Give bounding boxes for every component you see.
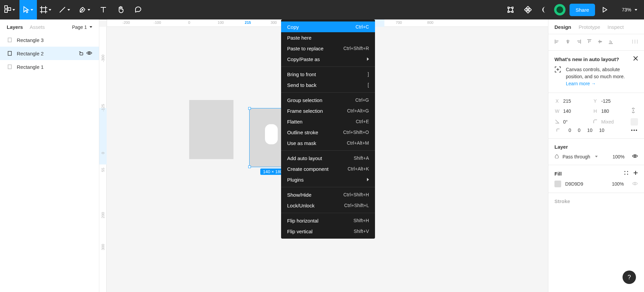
chevron-right-icon [367, 178, 369, 181]
corner-bl-input[interactable]: 10 [599, 128, 604, 133]
opacity-input[interactable]: 100% [612, 154, 625, 159]
comment-tool-button[interactable] [129, 0, 147, 19]
help-button[interactable]: ? [623, 271, 636, 284]
stroke-section-title: Stroke [554, 198, 570, 204]
corner-br-input[interactable]: 10 [587, 128, 593, 133]
learn-more-link[interactable]: Learn more → [566, 81, 596, 86]
text-tool-button[interactable] [95, 0, 112, 19]
tab-prototype[interactable]: Prototype [579, 24, 600, 30]
y-input[interactable]: -125 [601, 98, 628, 104]
svg-rect-0 [5, 6, 7, 8]
distribute-icon[interactable] [632, 39, 638, 46]
h-input[interactable]: 180 [601, 108, 628, 114]
blend-mode-select[interactable]: Pass through [562, 154, 590, 159]
ctx-auto-layout[interactable]: Add auto layoutShift+A [281, 153, 375, 163]
zoom-dropdown[interactable]: 73% [614, 7, 637, 12]
mask-button[interactable] [537, 0, 554, 19]
fill-hex-input[interactable]: D9D9D9 [565, 181, 583, 187]
align-right-icon[interactable] [576, 39, 581, 46]
svg-point-56 [625, 174, 626, 175]
close-icon[interactable] [633, 56, 638, 62]
style-icon[interactable] [624, 171, 629, 177]
frame-tool-button[interactable] [37, 0, 54, 19]
ctx-lock[interactable]: Lock/UnlockCtrl+Shift+L [281, 200, 375, 211]
ctx-plugins[interactable]: Plugins [281, 174, 375, 185]
tab-layers[interactable]: Layers [7, 24, 23, 30]
independent-corners-button[interactable] [631, 118, 638, 126]
rectangle-outline-icon [7, 38, 13, 42]
ctx-send-back[interactable]: Send to back[ [281, 80, 375, 90]
layer-item[interactable]: Rectangle 1 [0, 60, 99, 74]
align-top-icon[interactable] [587, 39, 592, 46]
ctx-frame[interactable]: Frame selectionCtrl+Alt+G [281, 105, 375, 116]
hand-tool-button[interactable] [112, 0, 129, 19]
svg-rect-21 [525, 8, 527, 11]
svg-point-60 [634, 183, 636, 184]
radius-mixed[interactable]: Mixed [601, 119, 628, 125]
canvas[interactable]: -200 -100 0 100 215 300 700 800 -300 -12… [99, 19, 548, 292]
ctx-bring-front[interactable]: Bring to front] [281, 69, 375, 80]
layer-item[interactable]: Rectangle 3 [0, 33, 99, 47]
ctx-component[interactable]: Create componentCtrl+Alt+K [281, 163, 375, 174]
svg-rect-22 [529, 8, 531, 11]
whatsnew-body: Canvas controls, absolute position, and … [566, 67, 625, 79]
chevron-down-icon [90, 26, 92, 28]
align-left-icon[interactable] [554, 39, 560, 46]
corner-tr-input[interactable]: 0 [578, 128, 581, 133]
layer-label: Rectangle 1 [17, 64, 44, 70]
ctx-outline[interactable]: Outline strokeCtrl+Shift+O [281, 127, 375, 138]
ctx-group[interactable]: Group selectionCtrl+G [281, 95, 375, 105]
ctx-flatten[interactable]: FlattenCtrl+E [281, 116, 375, 127]
pen-tool-button[interactable] [74, 0, 95, 19]
fill-opacity-input[interactable]: 100% [612, 181, 624, 187]
layer-item-selected[interactable]: Rectangle 2 [0, 47, 99, 60]
ctx-paste-replace[interactable]: Paste to replaceCtrl+Shift+R [281, 43, 375, 54]
tab-inspect[interactable]: Inspect [607, 24, 624, 30]
chevron-down-icon [31, 9, 33, 11]
rotation-input[interactable]: 0° [563, 119, 589, 125]
zoom-value: 73% [622, 7, 631, 12]
corner-tl-input[interactable]: 0 [569, 128, 571, 133]
svg-rect-19 [527, 6, 529, 9]
align-hcenter-icon[interactable] [565, 39, 571, 46]
unlock-icon[interactable] [79, 51, 84, 56]
eye-icon[interactable] [632, 181, 638, 187]
corner-icon [554, 128, 562, 132]
more-icon[interactable]: ••• [631, 128, 638, 133]
ctx-mask[interactable]: Use as maskCtrl+Alt+M [281, 138, 375, 148]
chevron-down-icon [635, 9, 637, 11]
ctx-copy[interactable]: CopyCtrl+C [281, 21, 375, 32]
svg-rect-20 [527, 10, 529, 13]
align-bottom-icon[interactable] [608, 39, 613, 46]
share-button[interactable]: Share [570, 4, 595, 16]
ctx-copy-paste-as[interactable]: Copy/Paste as [281, 54, 375, 64]
w-input[interactable]: 140 [563, 108, 589, 114]
eye-icon[interactable] [86, 51, 92, 56]
ctx-flip-h[interactable]: Flip horizontalShift+H [281, 215, 375, 226]
layer-label: Rectangle 3 [17, 37, 44, 43]
constrain-icon[interactable] [631, 107, 638, 115]
x-input[interactable]: 215 [563, 98, 589, 104]
svg-rect-2 [8, 8, 11, 10]
fill-swatch[interactable] [554, 181, 561, 187]
main-menu-button[interactable] [0, 0, 19, 19]
align-vcenter-icon[interactable] [597, 39, 603, 46]
present-button[interactable] [599, 0, 610, 19]
eye-icon[interactable] [632, 154, 638, 159]
page-selector[interactable]: Page 1 [72, 25, 92, 30]
line-tool-button[interactable] [54, 0, 74, 19]
ctx-flip-v[interactable]: Flip verticalShift+V [281, 226, 375, 237]
tab-assets[interactable]: Assets [30, 24, 45, 30]
rectangle-1[interactable] [189, 100, 233, 159]
components-button[interactable] [519, 0, 537, 19]
svg-rect-12 [512, 7, 513, 8]
tab-design[interactable]: Design [554, 24, 571, 30]
svg-rect-27 [8, 65, 11, 69]
avatar[interactable] [554, 4, 566, 15]
move-tool-button[interactable] [19, 0, 37, 19]
edit-object-button[interactable] [502, 0, 519, 19]
add-fill-button[interactable] [633, 171, 638, 177]
ctx-show-hide[interactable]: Show/HideCtrl+Shift+H [281, 189, 375, 200]
ctx-paste-here[interactable]: Paste here [281, 32, 375, 43]
rectangle-icon [7, 51, 13, 56]
